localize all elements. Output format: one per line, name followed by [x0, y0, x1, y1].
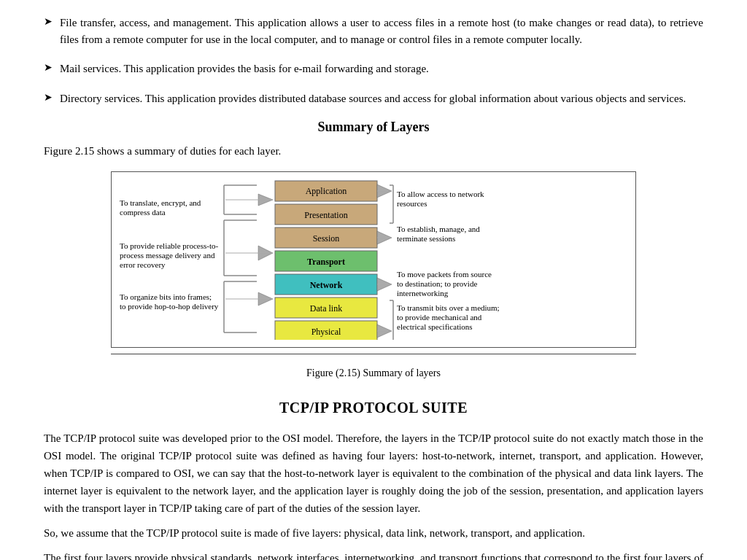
svg-text:to destination; to provide: to destination; to provide [397, 279, 477, 288]
tcpip-para-3: The first four layers provide physical s… [44, 549, 703, 560]
tcpip-para-1: The TCP/IP protocol suite was developed … [44, 429, 703, 517]
bullet-arrow-2: ➤ [44, 61, 53, 74]
summary-layers-title: Summary of Layers [44, 120, 703, 135]
page: ➤ File transfer, access, and management.… [0, 0, 747, 560]
bullet-directory-services: ➤ Directory services. This application p… [44, 90, 703, 107]
tcpip-para-2: So, we assume that the TCP/IP protocol s… [44, 524, 703, 542]
svg-text:internetworking: internetworking [397, 289, 449, 298]
svg-text:Transport: Transport [307, 257, 345, 267]
figure-container: To translate, encrypt, and compress data… [44, 171, 703, 384]
svg-text:Data link: Data link [310, 303, 342, 314]
svg-text:error recovery: error recovery [120, 260, 166, 269]
svg-text:terminate sessions: terminate sessions [397, 234, 455, 243]
figure-intro: Figure 2.15 shows a summary of duties fo… [44, 142, 703, 160]
svg-text:Session: Session [313, 233, 340, 244]
svg-text:To allow access to network: To allow access to network [397, 190, 484, 198]
bullet-text-3: Directory services. This application pro… [60, 90, 686, 107]
svg-text:To provide reliable process-to: To provide reliable process-to- [120, 241, 218, 250]
svg-text:To organize bits into frames;: To organize bits into frames; [120, 292, 212, 301]
svg-text:to provide mechanical and: to provide mechanical and [397, 313, 482, 322]
svg-text:Network: Network [310, 280, 343, 290]
figure-inner: To translate, encrypt, and compress data… [111, 171, 636, 348]
svg-text:To establish, manage, and: To establish, manage, and [397, 225, 480, 233]
svg-text:To translate, encrypt, and: To translate, encrypt, and [120, 198, 201, 207]
layers-diagram-svg: To translate, encrypt, and compress data… [120, 179, 623, 340]
svg-text:to provide hop-to-hop delivery: to provide hop-to-hop delivery [120, 302, 219, 311]
svg-text:Physical: Physical [311, 327, 341, 337]
svg-text:compress data: compress data [120, 208, 166, 217]
bullet-text-2: Mail services. This application provides… [60, 61, 429, 77]
svg-text:electrical specifications: electrical specifications [397, 322, 473, 331]
svg-text:Application: Application [306, 186, 347, 196]
svg-text:Presentation: Presentation [304, 210, 347, 220]
bullet-arrow-1: ➤ [44, 15, 53, 28]
figure-divider [111, 354, 636, 354]
svg-text:resources: resources [397, 199, 427, 208]
figure-caption: Figure (2.15) Summary of layers [306, 368, 441, 379]
bullet-text-1: File transfer, access, and management. T… [60, 15, 703, 47]
svg-text:To transmit bits over a medium: To transmit bits over a medium; [397, 303, 500, 312]
svg-text:To move packets from source: To move packets from source [397, 270, 492, 279]
bullet-arrow-3: ➤ [44, 91, 53, 104]
tcpip-title: TCP/IP PROTOCOL SUITE [44, 400, 703, 416]
bullet-file-transfer: ➤ File transfer, access, and management.… [44, 15, 703, 47]
svg-text:process message delivery and: process message delivery and [120, 251, 215, 260]
bullet-mail-services: ➤ Mail services. This application provid… [44, 61, 703, 77]
